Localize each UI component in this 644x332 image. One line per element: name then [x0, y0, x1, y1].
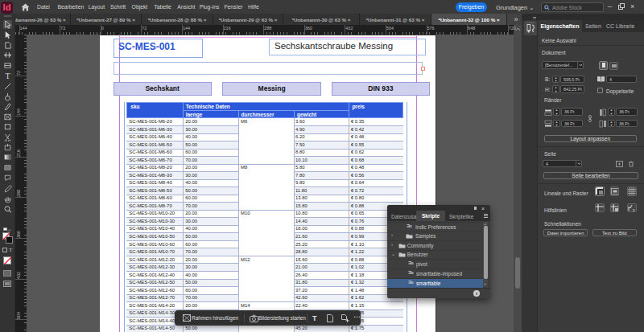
svg-text:T: T — [5, 72, 10, 80]
svg-text:s: s — [633, 207, 635, 212]
